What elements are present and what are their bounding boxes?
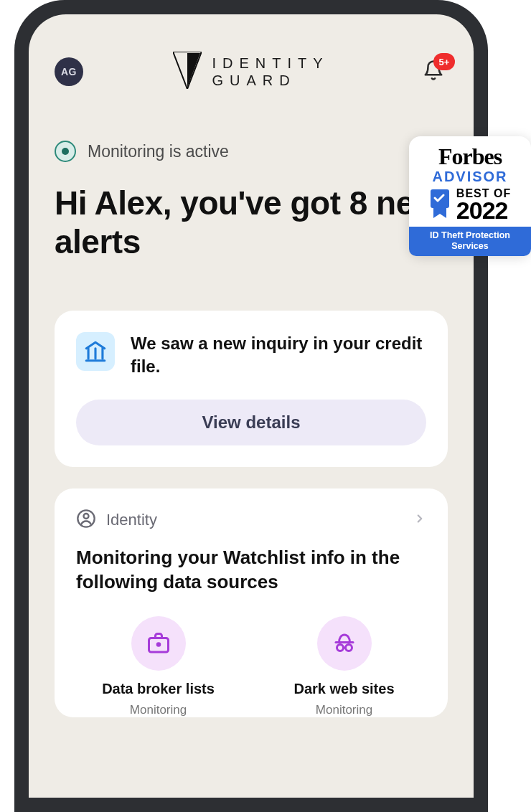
alert-message: We saw a new inquiry in your credit file… — [131, 332, 426, 379]
forbes-advisor-label: ADVISOR — [432, 169, 507, 185]
forbes-advisor-badge: Forbes ADVISOR BEST OF 2022 ID Theft Pro… — [409, 136, 531, 256]
alert-card: We saw a new inquiry in your credit file… — [55, 311, 448, 468]
bank-icon — [76, 332, 115, 371]
brand-logo: IDENTITY GUARD — [173, 52, 329, 92]
status-text: Monitoring is active — [88, 142, 229, 161]
source-name: Data broker lists — [102, 681, 215, 697]
identity-heading: Monitoring your Watchlist info in the fo… — [76, 546, 426, 595]
incognito-icon — [317, 616, 372, 671]
monitoring-status: Monitoring is active — [55, 141, 448, 162]
notification-badge: 5+ — [433, 53, 455, 70]
chevron-right-icon — [413, 512, 426, 528]
source-status: Monitoring — [130, 703, 187, 717]
forbes-category: ID Theft Protection Services — [409, 227, 531, 256]
svg-point-1 — [84, 514, 89, 519]
notifications-button[interactable]: 5+ — [419, 57, 448, 86]
ribbon-check-icon — [429, 188, 451, 222]
source-name: Dark web sites — [293, 681, 394, 697]
forbes-brand: Forbes — [438, 143, 502, 170]
identity-section-label: Identity — [106, 511, 157, 529]
briefcase-icon — [131, 616, 186, 671]
view-details-button[interactable]: View details — [76, 400, 426, 445]
status-active-icon — [55, 141, 76, 162]
source-status: Monitoring — [316, 703, 372, 717]
brand-line2: GUARD — [212, 73, 329, 88]
avatar[interactable]: AG — [55, 57, 83, 86]
source-dark-web[interactable]: Dark web sites Monitoring — [262, 616, 426, 717]
svg-point-3 — [157, 643, 160, 646]
app-header: AG IDENTITY GUARD — [55, 50, 448, 93]
identity-card[interactable]: Identity Monitoring your Watchlist info … — [55, 488, 448, 717]
forbes-year: 2022 — [456, 199, 511, 222]
brand-line1: IDENTITY — [212, 56, 329, 70]
phone-screen: AG IDENTITY GUARD — [29, 14, 474, 798]
page-headline: Hi Alex, you've got 8 new alerts — [55, 184, 448, 262]
source-data-brokers[interactable]: Data broker lists Monitoring — [76, 616, 240, 717]
person-circle-icon — [76, 509, 96, 532]
phone-frame: AG IDENTITY GUARD — [14, 0, 488, 812]
shield-logo-icon — [173, 52, 202, 92]
